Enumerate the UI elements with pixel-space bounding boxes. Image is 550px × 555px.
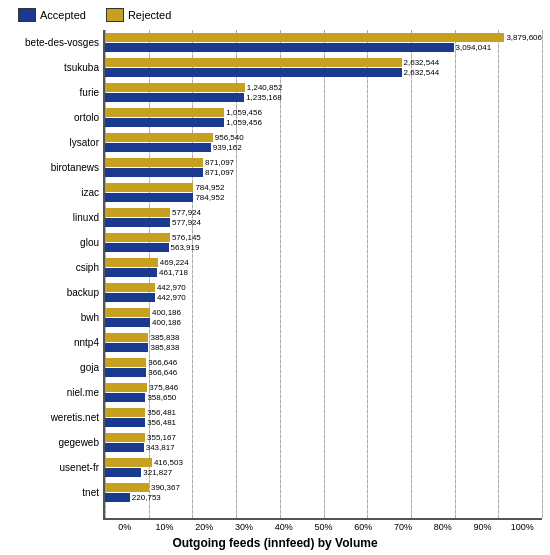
bar-rejected-label: 469,224 bbox=[158, 258, 189, 267]
bar-rejected bbox=[105, 183, 193, 192]
bar-group: 400,186400,186 bbox=[105, 305, 542, 330]
x-axis-label: 50% bbox=[304, 522, 344, 532]
bar-accepted bbox=[105, 168, 203, 177]
bar-rejected-label: 3,879,606 bbox=[504, 33, 542, 42]
bar-accepted-label: 358,650 bbox=[145, 393, 176, 402]
y-label: bwh bbox=[8, 305, 103, 330]
bar-accepted-label: 461,718 bbox=[157, 268, 188, 277]
bar-accepted bbox=[105, 368, 146, 377]
legend-rejected: Rejected bbox=[106, 8, 171, 22]
bar-rejected bbox=[105, 133, 213, 142]
bar-accepted-label: 400,186 bbox=[150, 318, 181, 327]
bar-rejected bbox=[105, 233, 170, 242]
bar-rejected-label: 442,970 bbox=[155, 283, 186, 292]
x-axis-label: 0% bbox=[105, 522, 145, 532]
bar-rejected-label: 784,952 bbox=[193, 183, 224, 192]
bar-accepted bbox=[105, 218, 170, 227]
x-axis-label: 40% bbox=[264, 522, 304, 532]
bar-rejected bbox=[105, 458, 152, 467]
bar-accepted-label: 784,952 bbox=[193, 193, 224, 202]
bar-group: 956,540939,162 bbox=[105, 130, 542, 155]
bar-rejected bbox=[105, 383, 147, 392]
bar-accepted-label: 563,919 bbox=[169, 243, 200, 252]
y-label: csiph bbox=[8, 255, 103, 280]
bar-accepted-label: 356,481 bbox=[145, 418, 176, 427]
bars-area: 3,879,6063,094,0412,632,5442,632,5441,24… bbox=[103, 30, 542, 520]
bar-group: 577,924577,924 bbox=[105, 205, 542, 230]
bar-group: 784,952784,952 bbox=[105, 180, 542, 205]
bar-rejected-label: 956,540 bbox=[213, 133, 244, 142]
x-axis-label: 30% bbox=[224, 522, 264, 532]
x-axis-label: 60% bbox=[343, 522, 383, 532]
bar-group: 1,059,4561,059,456 bbox=[105, 105, 542, 130]
y-label: weretis.net bbox=[8, 405, 103, 430]
bar-accepted bbox=[105, 193, 193, 202]
bar-accepted-label: 577,924 bbox=[170, 218, 201, 227]
bar-rejected bbox=[105, 83, 245, 92]
y-label: niel.me bbox=[8, 380, 103, 405]
y-label: nntp4 bbox=[8, 330, 103, 355]
bar-group: 375,846358,650 bbox=[105, 380, 542, 405]
bar-accepted bbox=[105, 93, 244, 102]
accepted-legend-label: Accepted bbox=[40, 9, 86, 21]
y-label: usenet-fr bbox=[8, 455, 103, 480]
bar-rejected-label: 1,059,456 bbox=[224, 108, 262, 117]
legend-accepted: Accepted bbox=[18, 8, 86, 22]
bar-accepted-label: 385,838 bbox=[148, 343, 179, 352]
bar-rejected-label: 366,646 bbox=[146, 358, 177, 367]
x-axis-label: 80% bbox=[423, 522, 463, 532]
bar-accepted bbox=[105, 268, 157, 277]
bar-rejected bbox=[105, 408, 145, 417]
bar-group: 2,632,5442,632,544 bbox=[105, 55, 542, 80]
bar-accepted bbox=[105, 418, 145, 427]
y-axis-labels: bete-des-vosgestsukubafurieortololysator… bbox=[8, 30, 103, 520]
bar-group: 871,097871,097 bbox=[105, 155, 542, 180]
bar-rejected bbox=[105, 358, 146, 367]
y-label: backup bbox=[8, 280, 103, 305]
y-label: izac bbox=[8, 180, 103, 205]
bar-rejected bbox=[105, 308, 150, 317]
x-axis-label: 10% bbox=[145, 522, 185, 532]
rejected-legend-box bbox=[106, 8, 124, 22]
bar-rejected-label: 577,924 bbox=[170, 208, 201, 217]
bar-accepted-label: 321,827 bbox=[141, 468, 172, 477]
bar-rejected bbox=[105, 33, 504, 42]
bar-accepted bbox=[105, 318, 150, 327]
bar-accepted bbox=[105, 293, 155, 302]
bar-group: 390,367220,753 bbox=[105, 480, 542, 505]
y-label: tsukuba bbox=[8, 55, 103, 80]
x-axis-label: 90% bbox=[463, 522, 503, 532]
bar-group: 416,503321,827 bbox=[105, 455, 542, 480]
bar-group: 355,167343,817 bbox=[105, 430, 542, 455]
bar-rejected-label: 400,186 bbox=[150, 308, 181, 317]
bar-accepted bbox=[105, 393, 145, 402]
bar-accepted-label: 871,097 bbox=[203, 168, 234, 177]
y-label: gegeweb bbox=[8, 430, 103, 455]
y-label: linuxd bbox=[8, 205, 103, 230]
bar-accepted-label: 3,094,041 bbox=[454, 43, 492, 52]
y-label: goja bbox=[8, 355, 103, 380]
rejected-legend-label: Rejected bbox=[128, 9, 171, 21]
y-label: glou bbox=[8, 230, 103, 255]
bar-accepted-label: 343,817 bbox=[144, 443, 175, 452]
x-axis-label: 70% bbox=[383, 522, 423, 532]
chart-container: Accepted Rejected bete-des-vosgestsukuba… bbox=[0, 0, 550, 555]
bar-rejected-label: 375,846 bbox=[147, 383, 178, 392]
bar-rejected bbox=[105, 333, 148, 342]
bar-accepted bbox=[105, 118, 224, 127]
chart-title: Outgoing feeds (innfeed) by Volume bbox=[8, 536, 542, 550]
bar-rejected-label: 1,240,852 bbox=[245, 83, 283, 92]
bar-rejected-label: 2,632,544 bbox=[402, 58, 440, 67]
bar-accepted bbox=[105, 343, 148, 352]
bar-group: 366,646366,646 bbox=[105, 355, 542, 380]
bar-accepted bbox=[105, 468, 141, 477]
bar-accepted-label: 442,970 bbox=[155, 293, 186, 302]
x-axis-label: 20% bbox=[184, 522, 224, 532]
bar-rejected bbox=[105, 208, 170, 217]
bar-rejected-label: 576,145 bbox=[170, 233, 201, 242]
bar-rejected-label: 356,481 bbox=[145, 408, 176, 417]
bar-accepted-label: 1,059,456 bbox=[224, 118, 262, 127]
bar-group: 3,879,6063,094,041 bbox=[105, 30, 542, 55]
bar-rejected bbox=[105, 483, 149, 492]
bar-accepted-label: 366,646 bbox=[146, 368, 177, 377]
